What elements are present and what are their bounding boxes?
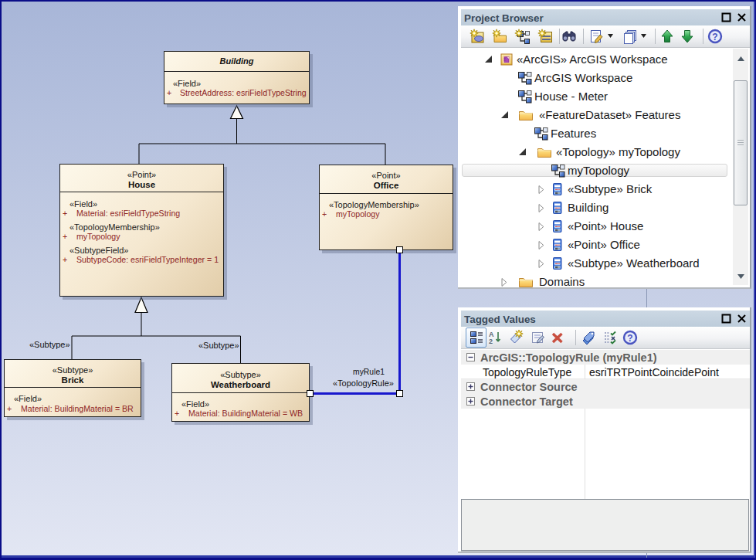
svg-text:2: 2 xyxy=(489,338,493,345)
svg-text:?: ? xyxy=(712,32,717,42)
svg-text:?: ? xyxy=(627,333,632,344)
